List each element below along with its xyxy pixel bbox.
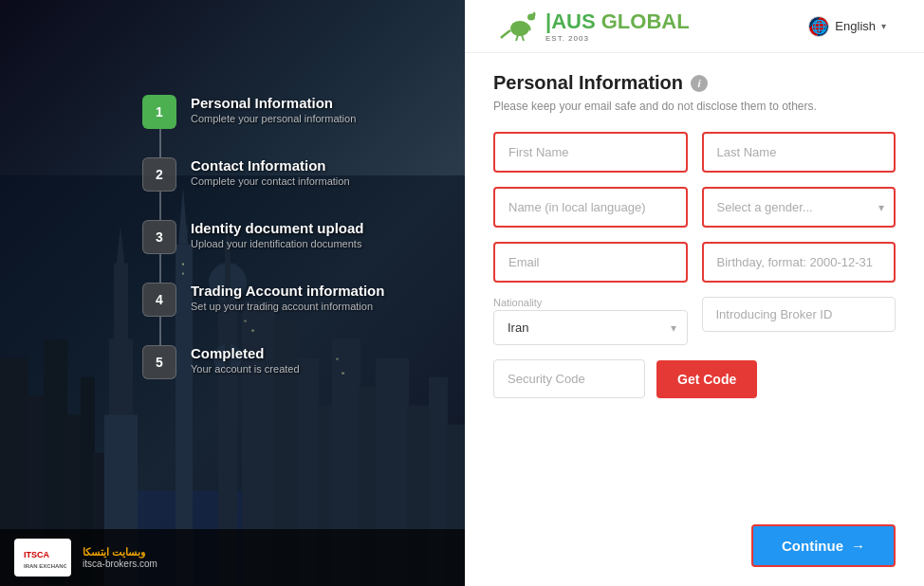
local-gender-row: Select a gender... Male Female ▾	[493, 187, 896, 228]
step-4: 4 Trading Account information Set up you…	[142, 283, 384, 317]
last-name-field	[702, 132, 896, 173]
header: |AUS GLOBAL EST. 2003 🌐 English ▾	[465, 0, 924, 53]
first-name-input[interactable]	[493, 132, 688, 173]
bottom-logo: ITSCA IRAN EXCHANGE	[14, 539, 71, 577]
step-1-title: Personal Information	[191, 95, 384, 111]
get-code-button[interactable]: Get Code	[656, 360, 757, 398]
logo-subtitle: EST. 2003	[545, 34, 690, 43]
continue-arrow-icon: →	[851, 538, 865, 554]
bottom-url: itsca-brokers.com	[83, 559, 157, 569]
logo-area: |AUS GLOBAL EST. 2003	[493, 9, 690, 43]
step-4-content: Trading Account information Set up your …	[191, 283, 384, 312]
step-2-content: Contact Information Complete your contac…	[191, 157, 384, 187]
step-connector-4	[159, 317, 161, 345]
nationality-label: Nationality	[493, 297, 688, 308]
step-3-title: Identity document upload	[191, 220, 384, 236]
step-connector-2	[159, 192, 161, 220]
birthday-field	[702, 242, 896, 283]
step-1-number: 1	[142, 95, 176, 129]
svg-text:ITSCA: ITSCA	[24, 550, 50, 559]
step-connector-3	[159, 254, 161, 283]
info-icon[interactable]: i	[691, 75, 708, 92]
svg-point-42	[533, 12, 536, 17]
steps-container: 1 Personal Information Complete your per…	[142, 95, 384, 379]
continue-label: Continue	[782, 538, 843, 554]
bottom-brand-text: وبسایت ایتسکا	[83, 546, 157, 559]
flag-icon: 🌐	[808, 16, 829, 37]
nationality-broker-row: Nationality Iran Other ▾	[493, 297, 896, 345]
language-selector[interactable]: 🌐 English ▾	[799, 11, 896, 42]
svg-point-39	[510, 21, 529, 36]
language-text: English	[835, 19, 876, 33]
svg-text:IRAN EXCHANGE: IRAN EXCHANGE	[24, 563, 66, 569]
email-birthday-row	[493, 242, 896, 283]
gender-select[interactable]: Select a gender... Male Female	[702, 187, 896, 228]
security-row: Get Code	[493, 359, 896, 398]
local-name-field	[493, 187, 688, 228]
form-area: Personal Information i Please keep your …	[465, 53, 924, 515]
nationality-select[interactable]: Iran Other	[493, 310, 688, 345]
step-5-content: Completed Your account is created	[191, 345, 384, 375]
step-4-number: 4	[142, 283, 176, 317]
right-panel: |AUS GLOBAL EST. 2003 🌐 English ▾ Person…	[465, 0, 924, 586]
bottom-info: وبسایت ایتسکا itsca-brokers.com	[83, 546, 157, 569]
step-1: 1 Personal Information Complete your per…	[142, 95, 384, 129]
first-name-field	[493, 132, 688, 173]
page-title: Personal Information	[493, 72, 683, 94]
continue-button[interactable]: Continue →	[751, 524, 896, 567]
email-input[interactable]	[493, 242, 688, 283]
step-2-number: 2	[142, 157, 176, 192]
step-2: 2 Contact Information Complete your cont…	[142, 157, 384, 192]
broker-input[interactable]	[702, 297, 896, 332]
step-1-subtitle: Complete your personal information	[191, 113, 384, 124]
bottom-bar: ITSCA IRAN EXCHANGE وبسایت ایتسکا itsca-…	[0, 529, 465, 586]
left-panel: 1 Personal Information Complete your per…	[0, 0, 465, 586]
step-4-title: Trading Account information	[191, 283, 384, 299]
local-name-input[interactable]	[493, 187, 688, 228]
last-name-input[interactable]	[702, 132, 896, 173]
form-subtitle: Please keep your email safe and do not d…	[493, 100, 896, 113]
step-5-number: 5	[142, 345, 176, 379]
itsca-logo: ITSCA IRAN EXCHANGE	[14, 539, 71, 577]
step-5: 5 Completed Your account is created	[142, 345, 384, 379]
logo-text: |AUS GLOBAL	[545, 9, 690, 34]
footer-row: Continue →	[465, 515, 924, 586]
step-2-title: Contact Information	[191, 157, 384, 174]
step-3-number: 3	[142, 220, 176, 254]
step-4-subtitle: Set up your trading account information	[191, 301, 384, 312]
step-5-title: Completed	[191, 345, 384, 361]
step-connector-1	[159, 129, 161, 157]
kangaroo-logo	[493, 9, 541, 43]
chevron-down-icon: ▾	[881, 21, 886, 31]
step-3: 3 Identity document upload Upload your i…	[142, 220, 384, 254]
birthday-input[interactable]	[702, 242, 896, 283]
step-2-subtitle: Complete your contact information	[191, 175, 384, 187]
step-3-subtitle: Upload your identification documents	[191, 238, 384, 249]
nationality-select-wrapper: Iran Other ▾	[493, 310, 688, 345]
step-5-subtitle: Your account is created	[191, 363, 384, 375]
step-1-content: Personal Information Complete your perso…	[191, 95, 384, 124]
step-3-content: Identity document upload Upload your ide…	[191, 220, 384, 249]
security-code-input[interactable]	[493, 359, 645, 398]
broker-field	[702, 297, 896, 345]
gender-field: Select a gender... Male Female ▾	[702, 187, 896, 228]
page-title-row: Personal Information i	[493, 72, 896, 94]
email-field	[493, 242, 688, 283]
nationality-field: Nationality Iran Other ▾	[493, 297, 688, 345]
name-row	[493, 132, 896, 173]
